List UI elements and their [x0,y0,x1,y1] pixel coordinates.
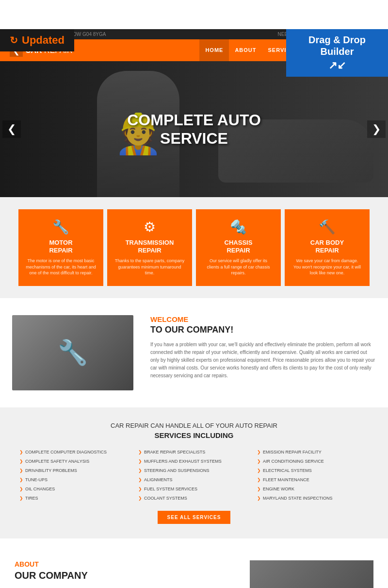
welcome-text: WELCOME TO OUR COMPANY! If you have a pr… [133,315,376,380]
chevron-icon: ❯ [257,459,261,464]
service-item: ❯STEERING AND SUSPENSIONS [138,467,250,474]
service-item: ❯ENGINE WORK [257,485,369,493]
chevron-icon: ❯ [257,477,261,482]
nav-about[interactable]: ABOUT [229,39,262,61]
chevron-icon: ❯ [19,468,23,473]
service-item: ❯BRAKE REPAIR SPECIALISTS [138,448,250,456]
chevron-icon: ❯ [138,477,142,482]
motor-desc: The motor is one of the most basic mecha… [26,258,96,276]
chassis-desc: Our service will gladly offer its client… [203,258,274,276]
services-list-section: CAR REPAIR CAN HANDLE ALL OF YOUR AUTO R… [0,407,388,538]
service-card-carbody: 🔨 CAR BODY REPAIR We save your car from … [285,209,370,286]
welcome-subtitle: TO OUR COMPANY! [150,325,376,335]
services-cards-section: 🔧 MOTOR REPAIR The motor is one of the m… [0,197,388,298]
service-item: ❯MUFFLERS AND EXHAUST SYSTEMS [138,457,250,465]
service-item: ❯TUNE-UPS [19,476,131,484]
transmission-icon: ⚙ [144,219,156,235]
chevron-icon: ❯ [257,450,261,454]
hero-section: 👷 COMPLETE AUTO SERVICE ❮ ❯ [0,61,388,197]
service-item: ❯ALIGNMENTS [138,476,250,484]
service-card-transmission: ⚙ TRANSMISSION REPAIR Thanks to the spar… [107,209,192,286]
about-image: 🔧 [250,560,373,588]
service-item: ❯MARYLAND STATE INSPECTIONS [257,494,369,502]
services-grid: ❯COMPLETE COMPUTER DIAGNOSTICS ❯BRAKE RE… [19,448,369,502]
chevron-icon: ❯ [19,450,23,454]
service-item: ❯FLEET MAINTENANCE [257,476,369,484]
service-card-motor: 🔧 MOTOR REPAIR The motor is one of the m… [18,209,103,286]
chassis-title: CHASSIS REPAIR [225,239,253,254]
transmission-desc: Thanks to the spare parts, company guara… [114,258,185,276]
service-item: ❯AIR CONDITIONING SERVICE [257,457,369,465]
chevron-icon: ❯ [138,496,142,501]
chassis-icon: 🔩 [230,219,247,235]
carbody-icon: 🔨 [319,219,336,235]
hero-next-button[interactable]: ❯ [367,120,386,138]
chevron-icon: ❯ [138,459,142,464]
motor-title: MOTOR REPAIR [49,239,72,254]
welcome-section: 🔧 WELCOME TO OUR COMPANY! If you have a … [0,298,388,407]
transmission-title: TRANSMISSION REPAIR [126,239,174,254]
welcome-image: 🔧 [12,315,133,390]
chevron-icon: ❯ [19,477,23,482]
chevron-icon: ❯ [19,459,23,464]
hero-content: COMPLETE AUTO SERVICE [127,111,261,148]
service-item: ❯DRIVABILITY PROBLEMS [19,467,131,474]
services-list-title: CAR REPAIR CAN HANDLE ALL OF YOUR AUTO R… [19,422,369,429]
chevron-icon: ❯ [138,450,142,454]
chevron-icon: ❯ [257,487,261,491]
about-label: ABOUT [15,560,235,568]
chevron-icon: ❯ [257,496,261,501]
welcome-label: WELCOME [150,315,376,323]
carbody-desc: We save your car from damage. You won't … [292,258,362,276]
service-item: ❯COMPLETE COMPUTER DIAGNOSTICS [19,448,131,456]
hero-title: COMPLETE AUTO SERVICE [127,111,261,148]
nav-home[interactable]: HOME [199,39,229,61]
about-text: ABOUT OUR COMPANY The purpose of the ent… [15,560,235,588]
drag-drop-banner: Drag & Drop Builder ↗↙ [286,29,388,77]
chevron-icon: ❯ [19,496,23,501]
chevron-icon: ❯ [138,487,142,491]
hero-prev-button[interactable]: ❮ [2,120,21,138]
service-item: ❯TIRES [19,494,131,502]
service-item: ❯EMISSION REPAIR FACILITY [257,448,369,456]
service-item: ❯COOLANT SYSTEMS [138,494,250,502]
carbody-title: CAR BODY REPAIR [310,239,344,254]
about-title: OUR COMPANY [15,570,235,581]
motor-icon: 🔧 [52,219,69,235]
chevron-icon: ❯ [19,487,23,491]
service-item: ❯ELECTRICAL SYSTEMS [257,467,369,474]
refresh-icon: ↻ [10,34,18,46]
services-list-subtitle: SERVICES INCLUDING [19,431,369,439]
welcome-body: If you have a problem with your car, we'… [150,341,376,380]
drag-drop-text: Drag & Drop Builder [308,34,366,57]
service-item: ❯OIL CHANGES [19,485,131,493]
chevron-icon: ❯ [257,468,261,473]
updated-text: Updated [22,34,65,47]
about-section: ABOUT OUR COMPANY The purpose of the ent… [0,538,388,588]
service-item: ❯FUEL SYSTEM SERVICES [138,485,250,493]
drag-drop-icon: ↗↙ [293,59,381,72]
service-item: ❯COMPLETE SAFETY ANALYSIS [19,457,131,465]
see-all-services-button[interactable]: SEE ALL SERVICES [158,511,231,524]
updated-badge: ↻ Updated [0,29,74,51]
chevron-icon: ❯ [138,468,142,473]
service-card-chassis: 🔩 CHASSIS REPAIR Our service will gladly… [196,209,281,286]
